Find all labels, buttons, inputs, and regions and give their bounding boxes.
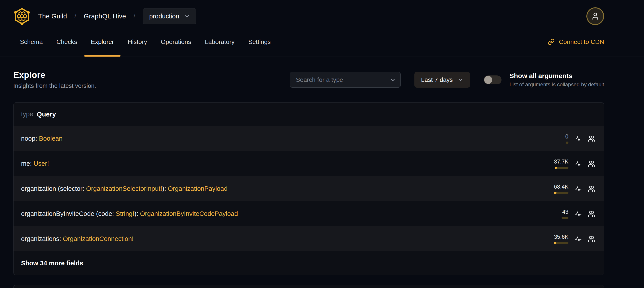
hive-logo (13, 7, 30, 25)
field-clients-button[interactable] (588, 235, 595, 242)
breadcrumb-separator: / (134, 13, 136, 20)
breadcrumb-project[interactable]: GraphQL Hive (84, 13, 126, 20)
users-icon (588, 235, 595, 242)
field-usage-stat: 35.6K (551, 234, 568, 244)
breadcrumb-org[interactable]: The Guild (38, 13, 67, 20)
field-row: me: User! 37.7K (14, 151, 604, 176)
connect-cdn-link[interactable]: Connect to CDN (548, 27, 604, 57)
toggle-text-block: Show all arguments List of arguments is … (510, 72, 604, 88)
field-clients-button[interactable] (588, 185, 595, 192)
tab-laboratory[interactable]: Laboratory (205, 27, 234, 57)
requests-count: 35.6K (554, 234, 568, 240)
link-icon (548, 39, 554, 45)
field-signature: organizationByInviteCode (code: String!)… (21, 210, 238, 217)
field-activity-button[interactable] (575, 235, 582, 242)
explore-page: Explore Insights from the latest version… (0, 70, 644, 288)
pulse-icon (575, 185, 582, 192)
type-link[interactable]: String! (116, 210, 134, 217)
field-activity-button[interactable] (575, 210, 582, 217)
field-signature: noop: Boolean (21, 135, 62, 142)
field-usage-stat: 37.7K (551, 158, 568, 169)
field-row: organization (selector: OrganizationSele… (14, 176, 604, 201)
type-card: type Query noop: Boolean 0 me: User (13, 102, 604, 275)
target-selector[interactable]: production (143, 8, 196, 24)
field-clients-button[interactable] (588, 160, 595, 167)
field-activity-button[interactable] (575, 135, 582, 142)
field-clients-button[interactable] (588, 135, 595, 142)
period-selector[interactable]: Last 7 days (414, 72, 470, 88)
toggle-description: List of arguments is collapsed by defaul… (510, 81, 604, 88)
field-clients-button[interactable] (588, 210, 595, 217)
field-usage-stat: 43 (551, 209, 568, 219)
pulse-icon (575, 135, 582, 142)
type-link[interactable]: OrganizationConnection! (63, 235, 134, 242)
type-link[interactable]: Boolean (39, 135, 62, 142)
field-usage-stat: 68.4K (551, 183, 568, 194)
period-selector-value: Last 7 days (421, 76, 453, 83)
main-nav: SchemaChecksExplorerHistoryOperationsLab… (0, 27, 644, 57)
field-row: noop: Boolean 0 (14, 126, 604, 151)
users-icon (588, 210, 595, 217)
type-card-header: type Query (14, 103, 604, 126)
tab-checks[interactable]: Checks (56, 27, 77, 57)
usage-bar (554, 242, 568, 244)
chevron-down-icon (184, 13, 190, 19)
users-icon (588, 185, 595, 192)
pulse-icon (575, 235, 582, 242)
field-usage-stat: 0 (551, 133, 568, 144)
page-subtitle: Insights from the latest version. (13, 83, 96, 89)
type-kind-label: type (21, 111, 33, 118)
users-icon (588, 160, 595, 167)
field-activity-button[interactable] (575, 185, 582, 192)
type-link[interactable]: OrganizationPayload (168, 185, 228, 192)
field-signature: organizations: OrganizationConnection! (21, 235, 134, 242)
tab-history[interactable]: History (128, 27, 147, 57)
app-header: The Guild / GraphQL Hive / production Sc… (0, 0, 644, 57)
tab-settings[interactable]: Settings (248, 27, 270, 57)
field-activity-button[interactable] (575, 160, 582, 167)
requests-count: 43 (562, 209, 568, 215)
requests-count: 68.4K (554, 183, 568, 190)
breadcrumb: The Guild / GraphQL Hive / production (38, 8, 196, 24)
field-row: organizationByInviteCode (code: String!)… (14, 201, 604, 226)
type-name: Query (37, 111, 56, 118)
usage-bar (555, 167, 568, 169)
user-menu-avatar[interactable] (586, 7, 604, 25)
type-link[interactable]: OrganizationSelectorInput! (86, 185, 162, 192)
requests-count: 37.7K (554, 158, 568, 165)
chevron-down-icon (458, 77, 464, 83)
type-link[interactable]: OrganizationByInviteCodePayload (140, 210, 238, 217)
tab-explorer[interactable]: Explorer (91, 27, 114, 57)
field-signature: organization (selector: OrganizationSele… (21, 185, 228, 192)
type-search-combobox (290, 72, 401, 88)
requests-count: 0 (565, 133, 568, 140)
tab-schema[interactable]: Schema (20, 27, 43, 57)
usage-bar (554, 192, 568, 194)
tab-operations[interactable]: Operations (161, 27, 191, 57)
field-row: organizations: OrganizationConnection! 3… (14, 226, 604, 251)
pulse-icon (575, 160, 582, 167)
pulse-icon (575, 210, 582, 217)
user-icon (591, 12, 600, 21)
toggle-label: Show all arguments (510, 72, 604, 80)
field-signature: me: User! (21, 160, 49, 167)
show-more-fields-button[interactable]: Show 34 more fields (14, 251, 604, 275)
usage-bar (562, 217, 568, 219)
type-search-dropdown-button[interactable] (386, 77, 400, 83)
users-icon (588, 135, 595, 142)
type-search-input[interactable] (290, 72, 385, 87)
usage-bar (566, 142, 568, 144)
toggle-knob (484, 76, 492, 84)
chevron-down-icon (390, 77, 396, 83)
next-type-card (13, 285, 604, 288)
connect-cdn-label: Connect to CDN (559, 38, 604, 46)
show-arguments-toggle[interactable] (484, 75, 502, 84)
type-link[interactable]: User! (34, 160, 49, 167)
breadcrumb-separator: / (74, 13, 76, 20)
page-title: Explore (13, 70, 96, 80)
page-heading-block: Explore Insights from the latest version… (13, 70, 96, 89)
target-selector-value: production (149, 13, 179, 20)
